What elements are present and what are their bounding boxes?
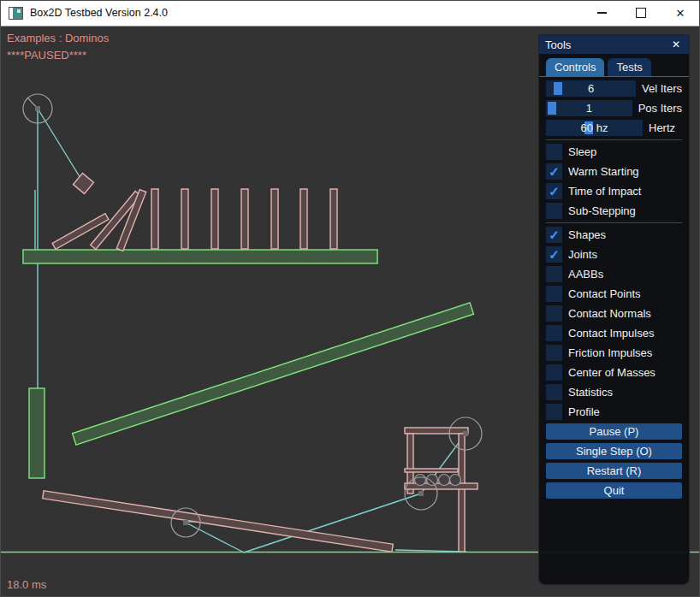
checkbox-aabbs[interactable]: AABBs xyxy=(546,266,682,282)
ball[interactable] xyxy=(450,475,461,486)
checkbox-box[interactable]: ✓ xyxy=(546,227,562,243)
checkbox-box[interactable]: ✓ xyxy=(546,246,562,263)
quit-button[interactable]: Quit xyxy=(546,482,682,499)
checkbox-sub-stepping[interactable]: Sub-Stepping xyxy=(546,203,682,219)
window-titlebar[interactable]: Box2D Testbed Version 2.4.0 ✕ xyxy=(0,0,700,27)
pos-iters-slider[interactable]: 1 Pos Iters xyxy=(546,100,682,116)
hertz-label: Hertz xyxy=(649,121,675,134)
tools-tabbar: Controls Tests xyxy=(539,54,689,77)
stand-top-beam[interactable] xyxy=(405,428,468,434)
standing-domino[interactable] xyxy=(211,189,218,249)
app-icon xyxy=(9,7,23,20)
domino-platform xyxy=(23,250,377,263)
checkbox-label: Friction Impulses xyxy=(568,346,652,359)
checkbox-box[interactable] xyxy=(546,364,562,381)
checkbox-center-of-masses[interactable]: Center of Masses xyxy=(546,364,682,381)
checkbox-time-of-impact[interactable]: ✓ Time of Impact xyxy=(546,183,682,199)
checkbox-box[interactable] xyxy=(546,404,562,420)
tools-panel: Tools ✕ Controls Tests 6 Vel Iters 1 Pos… xyxy=(538,34,690,585)
tools-panel-title: Tools xyxy=(545,38,669,51)
checkbox-box[interactable] xyxy=(546,203,562,219)
checkbox-contact-points[interactable]: Contact Points xyxy=(546,286,682,302)
checkbox-contact-impulses[interactable]: Contact Impulses xyxy=(546,325,682,341)
checkbox-joints[interactable]: ✓ Joints xyxy=(546,246,682,263)
checkbox-label: Sleep xyxy=(568,145,596,158)
frame-time-label: 18.0 ms xyxy=(7,578,46,591)
checkbox-label: Profile xyxy=(568,405,600,418)
standing-domino[interactable] xyxy=(300,189,307,249)
vel-iters-slider[interactable]: 6 Vel Iters xyxy=(546,80,682,97)
checkbox-friction-impulses[interactable]: Friction Impulses xyxy=(546,345,682,361)
window-title: Box2D Testbed Version 2.4.0 xyxy=(30,7,168,19)
restart-button[interactable]: Restart (R) xyxy=(546,463,682,479)
checkbox-label: Statistics xyxy=(568,386,613,399)
checkbox-box[interactable] xyxy=(546,144,562,160)
checkbox-label: Contact Impulses xyxy=(568,327,654,340)
separator xyxy=(546,139,682,140)
checkbox-box[interactable] xyxy=(546,286,562,302)
minimize-button[interactable] xyxy=(582,0,621,26)
checkbox-box[interactable] xyxy=(546,384,562,400)
maximize-button[interactable] xyxy=(621,0,661,26)
checkbox-label: Center of Masses xyxy=(568,366,656,379)
checkbox-warm-starting[interactable]: ✓ Warm Starting xyxy=(546,163,682,180)
static-bodies xyxy=(23,250,473,478)
standing-domino[interactable] xyxy=(151,189,158,249)
slider-grab[interactable] xyxy=(554,82,562,95)
ball[interactable] xyxy=(439,475,450,486)
checkbox-box[interactable] xyxy=(546,266,562,282)
pendulum-box[interactable] xyxy=(74,174,94,194)
tab-tests[interactable]: Tests xyxy=(608,58,650,76)
checkbox-profile[interactable]: Profile xyxy=(546,404,682,420)
stand-right-post[interactable] xyxy=(459,434,465,552)
pos-iters-value: 1 xyxy=(586,102,592,115)
paused-label: ****PAUSED**** xyxy=(7,49,86,62)
ball[interactable] xyxy=(415,475,426,486)
standing-domino[interactable] xyxy=(241,189,248,249)
checkbox-shapes[interactable]: ✓ Shapes xyxy=(546,227,682,243)
checkbox-box[interactable] xyxy=(546,325,562,341)
stand-retainer-bar[interactable] xyxy=(405,469,458,472)
seesaw-plank[interactable] xyxy=(43,491,394,552)
standing-domino[interactable] xyxy=(181,189,188,249)
checkbox-box[interactable] xyxy=(546,345,562,361)
vel-iters-value: 6 xyxy=(588,82,594,95)
checkbox-label: Contact Normals xyxy=(568,307,651,320)
hertz-slider[interactable]: 60 hz Hertz xyxy=(546,120,682,136)
checkbox-label: AABBs xyxy=(568,268,603,281)
example-label: Examples : Dominos xyxy=(7,32,109,44)
checkbox-contact-normals[interactable]: Contact Normals xyxy=(546,305,682,322)
checkbox-label: Warm Starting xyxy=(568,165,639,178)
tab-controls[interactable]: Controls xyxy=(546,58,604,76)
stand-structure[interactable] xyxy=(405,428,478,552)
standing-domino[interactable] xyxy=(330,189,337,249)
checkbox-label: Time of Impact xyxy=(568,185,641,198)
separator xyxy=(546,222,682,223)
tools-panel-titlebar[interactable]: Tools ✕ xyxy=(539,35,689,54)
single-step-button[interactable]: Single Step (O) xyxy=(546,443,682,459)
checkbox-sleep[interactable]: Sleep xyxy=(546,144,682,160)
checkbox-box[interactable]: ✓ xyxy=(546,183,562,199)
vertical-column xyxy=(29,388,44,478)
hertz-value: 60 hz xyxy=(581,121,608,134)
minimize-icon xyxy=(597,12,607,13)
ball[interactable] xyxy=(427,475,438,486)
long-ramp xyxy=(73,303,474,445)
checkbox-label: Contact Points xyxy=(568,287,641,300)
pos-iters-label: Pos Iters xyxy=(638,102,682,115)
maximize-icon xyxy=(636,8,646,18)
checkbox-label: Sub-Stepping xyxy=(568,204,636,217)
checkbox-label: Joints xyxy=(568,248,597,261)
dominoes-group[interactable] xyxy=(52,189,337,251)
standing-domino[interactable] xyxy=(271,189,278,249)
checkbox-statistics[interactable]: Statistics xyxy=(546,384,682,400)
close-icon: ✕ xyxy=(676,8,685,19)
checkbox-label: Shapes xyxy=(568,228,606,241)
slider-grab[interactable] xyxy=(548,102,556,115)
close-button[interactable]: ✕ xyxy=(661,0,700,26)
checkbox-box[interactable]: ✓ xyxy=(546,163,562,180)
vel-iters-label: Vel Iters xyxy=(642,82,682,95)
pause-button[interactable]: Pause (P) xyxy=(546,423,682,440)
checkbox-box[interactable] xyxy=(546,305,562,322)
tools-panel-close-button[interactable]: ✕ xyxy=(669,38,683,51)
